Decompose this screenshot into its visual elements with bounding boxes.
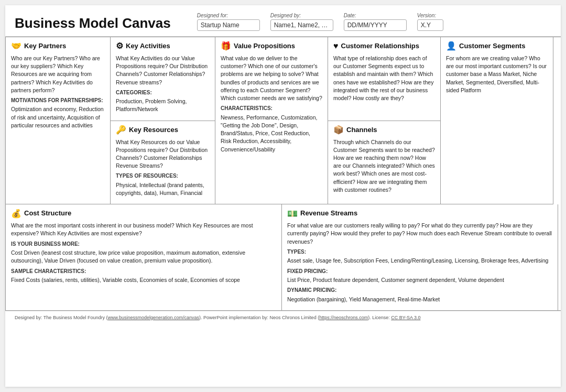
- key-activities-body: What Key Activities do our Value Proposi…: [116, 55, 210, 86]
- key-resources-types-label: TYPES OF RESOURCES:: [116, 172, 210, 180]
- key-activities-categories-text: Production, Problem Solving, Platform/Ne…: [116, 97, 210, 113]
- revenue-streams-body: For what value are our customers really …: [287, 222, 552, 246]
- key-activities-title: Key Activities: [126, 41, 170, 51]
- key-resources-cell: 🔑 Key Resources What Key Resources do ou…: [111, 121, 215, 205]
- designed-for-field: Designed for:: [197, 13, 260, 31]
- meta-fields: Designed for: Designed by: Date: Version…: [197, 13, 551, 31]
- neos-link[interactable]: https://neoschrons.com: [319, 315, 368, 320]
- key-partners-cell: 🤝 Key Partners Who are our Key Partners?…: [6, 37, 111, 204]
- cost-structure-icon: 💰: [11, 210, 21, 218]
- customer-relationships-icon: ♥: [333, 42, 339, 50]
- date-input[interactable]: [344, 19, 407, 31]
- key-resources-header: 🔑 Key Resources: [116, 125, 210, 135]
- bmc-link[interactable]: www.businessmodelgeneration.com/canvas: [107, 315, 199, 320]
- canvas-grid: 🤝 Key Partners Who are our Key Partners?…: [5, 37, 561, 204]
- key-resources-body: What Key Resources do our Value Proposit…: [116, 138, 210, 170]
- cost-structure-body: What are the most important costs inhere…: [11, 222, 276, 237]
- key-partners-title: Key Partners: [24, 41, 66, 51]
- value-propositions-header: 🎁 Value Propositions: [221, 41, 322, 51]
- bottom-row: 💰 Cost Structure What are the most impor…: [5, 204, 561, 311]
- value-propositions-cell: 🎁 Value Propositions What value do we de…: [215, 37, 328, 204]
- revenue-streams-cell: 💵 Revenue Streams For what value are our…: [282, 204, 558, 310]
- customer-segments-cell: 👤 Customer Segments For whom are we crea…: [441, 37, 553, 204]
- page-title: Business Model Canvas: [15, 16, 171, 31]
- designed-by-field: Designed by:: [270, 13, 333, 31]
- designed-for-input[interactable]: [197, 19, 260, 31]
- cost-structure-sample-text: Fixed Costs (salaries, rents, utilities)…: [11, 276, 276, 284]
- customer-segments-body: For whom are we creating value? Who are …: [446, 55, 548, 94]
- value-propositions-title: Value Propositions: [234, 41, 295, 51]
- key-activities-header: ⚙ Key Activities: [116, 41, 210, 51]
- revenue-streams-header: 💵 Revenue Streams: [287, 209, 552, 219]
- revenue-streams-fixed-label: FIXED PRICING:: [287, 268, 552, 276]
- key-resources-title: Key Resources: [129, 125, 178, 135]
- page-wrapper: Business Model Canvas Designed for: Desi…: [5, 5, 561, 387]
- key-partners-motivations-text: Optimization and economy, Reduction of r…: [11, 105, 105, 129]
- designed-by-input[interactable]: [270, 19, 333, 31]
- cost-structure-is-your-label: IS YOUR BUSINESS MORE:: [11, 241, 276, 248]
- key-partners-header: 🤝 Key Partners: [11, 41, 105, 51]
- designed-for-label: Designed for:: [197, 13, 260, 18]
- footer-text: Designed by: The Business Model Foundry …: [15, 315, 420, 320]
- customer-relationships-cell: ♥ Customer Relationships What type of re…: [328, 37, 441, 121]
- key-partners-motivations-label: MOTIVATIONS FOR PARTNERSHIPS:: [11, 97, 105, 105]
- cost-structure-title: Cost Structure: [24, 209, 71, 219]
- footer: Designed by: The Business Model Foundry …: [5, 311, 561, 325]
- customer-segments-title: Customer Segments: [459, 41, 525, 51]
- designed-by-label: Designed by:: [270, 13, 333, 18]
- channels-cell: 📦 Channels Through which Channels do our…: [328, 121, 441, 205]
- key-activities-categories-label: CATEGORIES:: [116, 89, 210, 97]
- revenue-streams-types-text: Asset sale, Usage fee, Subscription Fees…: [287, 257, 552, 265]
- customer-relationships-title: Customer Relationships: [341, 41, 420, 51]
- customer-segments-icon: 👤: [446, 42, 456, 50]
- cost-structure-sample-label: SAMPLE CHARACTERISTICS:: [11, 268, 276, 276]
- title-block: Business Model Canvas: [15, 16, 171, 31]
- date-label: Date:: [344, 13, 407, 18]
- channels-title: Channels: [346, 125, 377, 135]
- license-link[interactable]: CC BY-SA 3.0: [391, 315, 420, 320]
- cost-structure-header: 💰 Cost Structure: [11, 209, 276, 219]
- key-resources-icon: 🔑: [116, 126, 126, 134]
- value-propositions-icon: 🎁: [221, 42, 231, 50]
- channels-body: Through which Channels do our Customer S…: [333, 138, 435, 194]
- value-propositions-characteristics-text: Newness, Performance, Customization, "Ge…: [221, 114, 322, 154]
- revenue-streams-icon: 💵: [287, 210, 298, 218]
- channels-header: 📦 Channels: [333, 125, 435, 135]
- revenue-streams-dynamic-text: Negotiation (bargaining), Yield Manageme…: [287, 296, 552, 303]
- version-label: Version:: [417, 13, 443, 18]
- key-activities-cell: ⚙ Key Activities What Key Activities do …: [111, 37, 215, 121]
- revenue-streams-dynamic-label: DYNAMIC PRICING:: [287, 287, 552, 295]
- cost-structure-is-your-text: Cost Driven (leanest cost structure, low…: [11, 249, 276, 265]
- channels-icon: 📦: [333, 126, 344, 134]
- key-activities-icon: ⚙: [116, 42, 123, 50]
- value-propositions-body: What value do we deliver to the customer…: [221, 55, 322, 102]
- revenue-streams-title: Revenue Streams: [300, 209, 357, 219]
- customer-relationships-body: What type of relationship does each of o…: [333, 55, 435, 102]
- cost-structure-cell: 💰 Cost Structure What are the most impor…: [6, 204, 282, 310]
- customer-relationships-header: ♥ Customer Relationships: [333, 41, 435, 51]
- value-propositions-characteristics-label: CHARACTERISTICS:: [221, 105, 322, 113]
- key-partners-icon: 🤝: [11, 42, 21, 50]
- customer-segments-header: 👤 Customer Segments: [446, 41, 548, 51]
- version-field: Version:: [417, 13, 443, 31]
- date-field: Date:: [344, 13, 407, 31]
- header: Business Model Canvas Designed for: Desi…: [5, 5, 561, 37]
- revenue-streams-types-label: TYPES:: [287, 248, 552, 256]
- key-resources-types-text: Physical, Intellectual (brand patents, c…: [116, 181, 210, 197]
- revenue-streams-fixed-text: List Price, Product feature dependent, C…: [287, 276, 552, 284]
- key-partners-body: Who are our Key Partners? Who are our ke…: [11, 55, 105, 94]
- version-input[interactable]: [417, 19, 443, 31]
